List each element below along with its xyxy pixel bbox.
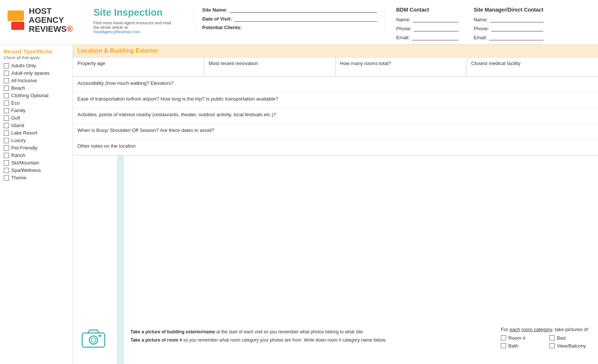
subtitle: Find more travel agent resources and rea… — [93, 21, 172, 34]
checklist-item[interactable]: Room # — [501, 335, 542, 341]
checklist-checkbox[interactable] — [501, 335, 506, 340]
sidebar-item-label: Pet-Friendly — [11, 145, 37, 151]
location-questions: Accessibility (how much walking? Elevato… — [73, 77, 598, 155]
manager-email-input[interactable] — [489, 34, 543, 40]
location-section-header: Location & Building Exterior — [73, 44, 598, 58]
checkbox[interactable] — [4, 160, 9, 166]
sidebar-item-label: Golf — [11, 115, 20, 121]
bdm-email-input[interactable] — [412, 34, 459, 40]
checklist-checkbox[interactable] — [549, 343, 555, 348]
date-input[interactable] — [234, 16, 377, 22]
checklist-item[interactable]: Bath — [501, 343, 542, 349]
checklist-item[interactable]: View/Balcony — [549, 343, 591, 349]
sidebar-item[interactable]: Luxury — [4, 138, 69, 143]
picture-tips-text: Take a picture of building exterior/name… — [127, 325, 493, 350]
sidebar-item-label: Adult-only spaces — [11, 70, 50, 76]
checkbox[interactable] — [4, 153, 9, 158]
svg-rect-3 — [98, 335, 101, 337]
sidebar-item[interactable]: All Inclusive — [4, 78, 69, 83]
site-name-row: Site Name: — [202, 7, 377, 13]
svg-point-2 — [91, 338, 96, 342]
checkbox[interactable] — [4, 115, 9, 121]
page-header: HOSTAGENCYREVIEWS® Site Inspection Find … — [0, 0, 598, 44]
sidebar-item[interactable]: Ski/Mountain — [4, 160, 69, 166]
sidebar-item[interactable]: Lake Resort — [4, 130, 69, 136]
location-cell-label: Property age — [77, 61, 105, 66]
checklist-title: For each room category, take pictures of… — [501, 327, 591, 332]
location-top-cell: Property age — [73, 58, 204, 76]
sidebar-item[interactable]: Adult-only spaces — [4, 70, 69, 76]
sidebar-item-label: Island — [11, 123, 24, 128]
site-name-input[interactable] — [229, 7, 377, 13]
checklist-grid: Room #BedBathView/Balcony — [501, 335, 591, 349]
potential-row: Potential Clients: — [202, 25, 377, 30]
checklist-checkbox[interactable] — [501, 343, 506, 348]
picture-tips-label: Picture Tips — [117, 155, 124, 364]
checkbox[interactable] — [4, 168, 9, 173]
site-manager-title: Site Manager/Direct Contact — [474, 7, 543, 13]
svg-point-1 — [89, 336, 98, 344]
location-cell-label: Closest medical facility — [471, 61, 521, 66]
title-area: Site Inspection Find more travel agent r… — [93, 7, 183, 34]
sidebar-item-label: Theme — [11, 175, 26, 181]
content-area: Location & Building Exterior Property ag… — [73, 44, 598, 364]
sidebar-item-label: Family — [11, 108, 25, 113]
page-title: Site Inspection — [93, 7, 183, 18]
checklist-item-label: View/Balcony — [557, 343, 586, 349]
checkbox[interactable] — [4, 123, 9, 128]
sidebar-item[interactable]: Pet-Friendly — [4, 145, 69, 151]
location-question-text: Other notes on the location — [77, 143, 136, 149]
sidebar-item[interactable]: Eco — [4, 100, 69, 106]
site-manager-contact: Site Manager/Direct Contact Name: Phone:… — [474, 7, 543, 40]
checklist-checkbox[interactable] — [549, 335, 555, 340]
tip2: Take a picture of room # so you remember… — [130, 337, 490, 343]
checkbox[interactable] — [4, 130, 9, 136]
checkbox[interactable] — [4, 63, 9, 68]
sidebar-item[interactable]: Theme — [4, 175, 69, 181]
checkbox[interactable] — [4, 108, 9, 113]
sidebar-item[interactable]: Family — [4, 108, 69, 113]
sidebar-item-label: Lake Resort — [11, 130, 37, 136]
manager-phone-input[interactable] — [491, 25, 543, 31]
camera-icon-area — [73, 324, 114, 352]
sidebar-subtitle: Check all that apply: — [4, 55, 69, 60]
logo-text: HOSTAGENCYREVIEWS® — [29, 7, 73, 34]
sidebar-item[interactable]: Island — [4, 123, 69, 128]
checkbox[interactable] — [4, 71, 9, 76]
manager-email-field: Email: — [474, 34, 543, 40]
sidebar-item-label: Spa/Wellness — [11, 167, 41, 173]
tip2-bold: Take a picture of room # — [130, 337, 182, 343]
header-contacts: BDM Contact Name: Phone: Email: Site Man… — [396, 7, 591, 40]
sidebar-item[interactable]: Spa/Wellness — [4, 167, 69, 173]
website-link[interactable]: HostAgencyReviews.com — [93, 30, 140, 34]
manager-email-label: Email: — [474, 35, 487, 40]
sidebar-item[interactable]: Clothing Optional — [4, 93, 69, 98]
main-content: Resort Type/Niche Check all that apply: … — [0, 44, 598, 364]
checkbox[interactable] — [4, 175, 9, 181]
bdm-name-field: Name: — [396, 16, 459, 22]
checklist-item-label: Bed — [557, 335, 565, 341]
checklist-item-label: Room # — [508, 335, 525, 341]
logo-square-red — [11, 22, 24, 30]
sidebar-item[interactable]: Golf — [4, 115, 69, 121]
checkbox[interactable] — [4, 101, 9, 106]
bdm-phone-input[interactable] — [414, 25, 459, 31]
sidebar-item-label: Luxury — [11, 138, 26, 143]
checkbox[interactable] — [4, 86, 9, 91]
location-cell-label: How many rooms total? — [340, 61, 391, 66]
checklist-item[interactable]: Bed — [549, 335, 591, 341]
checkbox[interactable] — [4, 93, 9, 98]
location-cell-label: Most recent renovation — [209, 61, 258, 66]
bdm-name-input[interactable] — [413, 16, 459, 22]
sidebar-checklist: Adults OnlyAdult-only spacesAll Inclusiv… — [4, 63, 69, 181]
tip1-bold: Take a picture of building exterior/name — [130, 329, 215, 334]
sidebar-item[interactable]: Ranch — [4, 152, 69, 158]
manager-name-input[interactable] — [490, 16, 543, 22]
logo-area: HOSTAGENCYREVIEWS® — [7, 7, 82, 34]
sidebar-item[interactable]: Beach — [4, 85, 69, 91]
checkbox[interactable] — [4, 138, 9, 143]
sidebar-item[interactable]: Adults Only — [4, 63, 69, 68]
checkbox[interactable] — [4, 145, 9, 151]
tip1-rest: at the start of each visit so you rememb… — [215, 329, 364, 334]
checkbox[interactable] — [4, 78, 9, 83]
